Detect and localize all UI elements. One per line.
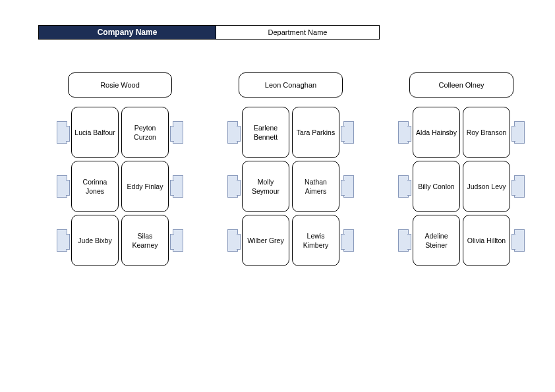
seat: Lucia Balfour xyxy=(71,107,119,158)
chair-icon xyxy=(394,173,409,200)
seat-row: Molly Seymour Nathan Aimers xyxy=(223,161,358,212)
seat-label: Nathan Aimers xyxy=(295,177,336,196)
seat-label: Billy Conlon xyxy=(418,182,454,191)
seat-label: Wilber Grey xyxy=(247,236,283,245)
seat-label: Roy Branson xyxy=(467,128,507,137)
seat: Silas Kearney xyxy=(121,215,169,266)
chair-icon xyxy=(394,119,409,146)
chair-icon xyxy=(53,227,67,254)
seat: Eddy Finlay xyxy=(121,161,169,212)
seat-row: Lucia Balfour Peyton Curzon xyxy=(53,107,187,158)
department-name-cell: Department Name xyxy=(216,25,380,40)
chair-icon xyxy=(514,227,529,254)
seat-label: Lucia Balfour xyxy=(74,128,115,137)
seat: Jude Bixby xyxy=(71,215,119,266)
chair-icon xyxy=(514,173,529,200)
seat: Earlene Bennett xyxy=(242,107,289,158)
seat: Tara Parkins xyxy=(292,107,339,158)
seat-label: Earlene Bennett xyxy=(245,123,286,142)
seat: Olivia Hillton xyxy=(463,215,510,266)
chair-icon xyxy=(343,227,358,254)
chair-icon xyxy=(514,119,529,146)
seat: Molly Seymour xyxy=(242,161,289,212)
seat-row: Corinna Jones Eddy Finlay xyxy=(53,161,187,212)
seat-rows: Earlene Bennett Tara Parkins Molly Seymo… xyxy=(223,107,358,266)
seat-label: Olivia Hillton xyxy=(467,236,506,245)
seat: Adeline Steiner xyxy=(413,215,460,266)
seat: Nathan Aimers xyxy=(292,161,339,212)
head-seat: Colleen Olney xyxy=(409,72,513,98)
seat-row: Billy Conlon Judson Levy xyxy=(394,161,529,212)
seat-label: Peyton Curzon xyxy=(125,123,165,142)
seat-rows: Lucia Balfour Peyton Curzon Corinna Jone… xyxy=(53,107,187,266)
seat-label: Judson Levy xyxy=(467,182,506,191)
seat-row: Jude Bixby Silas Kearney xyxy=(53,215,187,266)
table-group: Colleen Olney Alda Hainsby Roy Branson B… xyxy=(394,72,529,266)
seat-label: Tara Parkins xyxy=(297,128,335,137)
seat-row: Alda Hainsby Roy Branson xyxy=(394,107,529,158)
seat: Lewis Kimbery xyxy=(292,215,339,266)
company-name: Company Name xyxy=(98,28,158,37)
chair-icon xyxy=(173,173,187,200)
seat-row: Adeline Steiner Olivia Hillton xyxy=(394,215,529,266)
seat-row: Earlene Bennett Tara Parkins xyxy=(223,107,358,158)
company-name-cell: Company Name xyxy=(38,25,216,40)
seat-label: Lewis Kimbery xyxy=(295,231,336,250)
seat-label: Adeline Steiner xyxy=(416,231,457,250)
seat-label: Molly Seymour xyxy=(245,177,286,196)
head-seat-label: Leon Conaghan xyxy=(265,81,316,89)
chair-icon xyxy=(343,119,358,146)
chair-icon xyxy=(53,173,67,200)
seat: Corinna Jones xyxy=(71,161,119,212)
department-name: Department Name xyxy=(268,28,328,36)
seat: Peyton Curzon xyxy=(121,107,169,158)
chair-icon xyxy=(223,119,238,146)
seat-row: Wilber Grey Lewis Kimbery xyxy=(223,215,358,266)
seat: Alda Hainsby xyxy=(413,107,460,158)
chair-icon xyxy=(173,119,187,146)
seating-tables: Rosie Wood Lucia Balfour Peyton Curzon C… xyxy=(53,72,529,266)
chair-icon xyxy=(394,227,409,254)
seat-label: Eddy Finlay xyxy=(127,182,163,191)
seat-label: Alda Hainsby xyxy=(416,128,457,137)
head-seat-label: Rosie Wood xyxy=(100,81,140,89)
chair-icon xyxy=(343,173,358,200)
chair-icon xyxy=(223,227,238,254)
table-group: Leon Conaghan Earlene Bennett Tara Parki… xyxy=(223,72,358,266)
chair-icon xyxy=(223,173,238,200)
head-seat: Leon Conaghan xyxy=(239,72,343,98)
table-group: Rosie Wood Lucia Balfour Peyton Curzon C… xyxy=(53,72,187,266)
seat: Billy Conlon xyxy=(413,161,460,212)
seat-rows: Alda Hainsby Roy Branson Billy Conlon Ju… xyxy=(394,107,529,266)
seat: Roy Branson xyxy=(463,107,510,158)
chair-icon xyxy=(53,119,67,146)
seat: Wilber Grey xyxy=(242,215,289,266)
chair-icon xyxy=(173,227,187,254)
seat-label: Jude Bixby xyxy=(78,236,111,245)
seat-label: Silas Kearney xyxy=(125,231,165,250)
seat: Judson Levy xyxy=(463,161,510,212)
header-bar: Company Name Department Name xyxy=(38,25,380,40)
head-seat: Rosie Wood xyxy=(68,72,172,98)
seat-label: Corinna Jones xyxy=(74,177,115,196)
head-seat-label: Colleen Olney xyxy=(438,81,484,89)
